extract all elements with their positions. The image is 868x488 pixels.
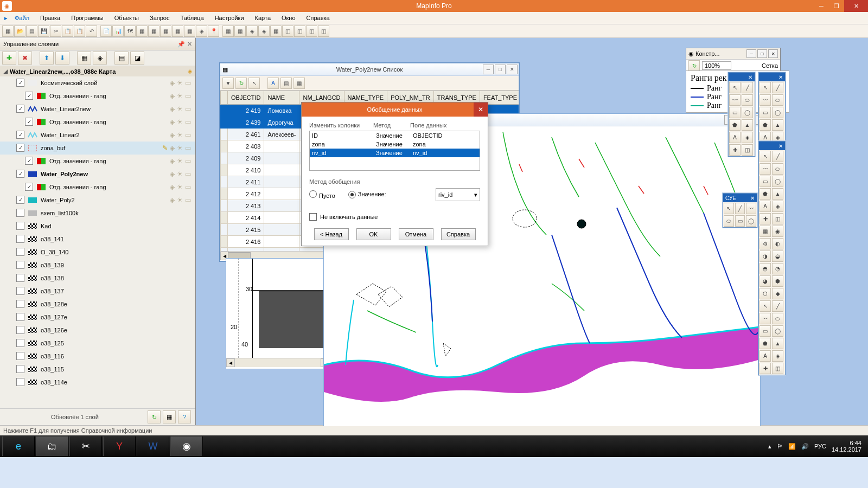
- tool-button[interactable]: ╱: [772, 82, 783, 93]
- menu-Правка[interactable]: Правка: [35, 14, 65, 22]
- volume-icon[interactable]: 🔊: [801, 443, 809, 450]
- collapse-icon[interactable]: ◢: [3, 68, 10, 75]
- layer-row[interactable]: O_38_140: [0, 246, 195, 259]
- tool-button[interactable]: ✚: [760, 213, 771, 224]
- grid-label[interactable]: Сетка: [762, 62, 778, 69]
- visible-icon[interactable]: ◈: [170, 79, 175, 87]
- style-icon[interactable]: ☀: [177, 79, 183, 87]
- layer-checkbox[interactable]: [16, 339, 24, 347]
- toolbar-btn-28[interactable]: ◫: [318, 25, 329, 37]
- toolbar-btn-20[interactable]: ▦: [222, 25, 234, 37]
- column-header[interactable]: OBJECTID: [228, 91, 264, 105]
- snip-icon[interactable]: ✂: [69, 436, 102, 456]
- visible-icon[interactable]: ◈: [170, 131, 175, 139]
- layer-checkbox[interactable]: [16, 378, 24, 386]
- style-icon[interactable]: ☀: [177, 170, 183, 178]
- layer-row[interactable]: ✓Water_Poly2◈☀▭: [0, 194, 195, 207]
- toolbar-btn-3[interactable]: 💾: [38, 25, 49, 37]
- network-icon[interactable]: 📶: [788, 443, 796, 450]
- layer-checkbox[interactable]: [16, 235, 24, 243]
- layer-row[interactable]: о38_139: [0, 259, 195, 272]
- toolbar-close-icon[interactable]: ✕: [748, 74, 752, 80]
- radio-value[interactable]: Значение:: [348, 191, 386, 198]
- layer-row[interactable]: ✓Water_Poly2new◈☀▭: [0, 168, 195, 181]
- pin-icon[interactable]: 📌: [177, 41, 185, 48]
- add-layer-button[interactable]: ✚: [2, 52, 16, 65]
- layer-row[interactable]: ✓Отд. значения - rang◈☀▭: [0, 115, 195, 129]
- layer-label-button[interactable]: ▤: [114, 52, 129, 65]
- menu-Программы[interactable]: Программы: [66, 14, 108, 22]
- tool-button[interactable]: ╱: [735, 203, 745, 214]
- tool-button[interactable]: ⬭: [772, 163, 783, 175]
- zoom-input[interactable]: 100%: [702, 61, 731, 70]
- clock[interactable]: 6:4414.12.2017: [832, 440, 861, 453]
- toolbar-btn-5[interactable]: 📋: [62, 25, 73, 37]
- menu-Справка[interactable]: Справка: [302, 14, 335, 22]
- visible-icon[interactable]: ◈: [170, 105, 175, 113]
- toolbar-btn-22[interactable]: ◈: [246, 25, 258, 37]
- layer-row[interactable]: ✓Water_Linear2◈☀▭: [0, 129, 195, 142]
- layer-row[interactable]: ✓Отд. значения - rang◈☀▭: [0, 155, 195, 168]
- toolbar-btn-13[interactable]: ▦: [148, 25, 159, 37]
- toolbar-btn-6[interactable]: 📋: [74, 25, 85, 37]
- tool-button[interactable]: ◯: [772, 176, 783, 187]
- menu-Окно[interactable]: Окно: [277, 14, 301, 22]
- label-ico[interactable]: ▭: [185, 79, 191, 87]
- tool-button[interactable]: ⬟: [760, 338, 771, 349]
- tool-button[interactable]: ◫: [772, 213, 783, 224]
- layer-checkbox[interactable]: ✓: [16, 79, 24, 87]
- tool-button[interactable]: ▭: [760, 176, 771, 187]
- layer-row[interactable]: ✓Water_Linear2new◈☀▭: [0, 102, 195, 115]
- close-panel-icon[interactable]: ✕: [187, 41, 192, 48]
- layer-row[interactable]: ✓Отд. значения - rang◈☀▭: [0, 89, 195, 102]
- visible-icon[interactable]: ◈: [170, 196, 175, 204]
- options-button[interactable]: ▦: [163, 410, 176, 423]
- dialog-close-button[interactable]: ✕: [474, 102, 488, 117]
- layer-checkbox[interactable]: [16, 222, 24, 230]
- language-indicator[interactable]: РУС: [814, 443, 826, 450]
- dialog-list-row[interactable]: IDЗначениеOBJECTID: [310, 131, 480, 140]
- column-header[interactable]: NAME: [264, 91, 299, 105]
- toolbar-btn-25[interactable]: ◫: [282, 25, 293, 37]
- tool-button[interactable]: ╱: [772, 151, 783, 162]
- layer-checkbox[interactable]: [16, 300, 24, 308]
- minimize-button[interactable]: ─: [814, 0, 829, 12]
- select-tool-button[interactable]: ↖: [248, 78, 260, 89]
- style-icon[interactable]: ☀: [177, 92, 183, 100]
- layer-checkbox[interactable]: ✓: [16, 131, 24, 139]
- table-title-bar[interactable]: ▦ Water_Poly2new Список ─ □ ✕: [220, 63, 519, 76]
- layer-row[interactable]: sxem_list100k: [0, 207, 195, 220]
- drawing-toolbar[interactable]: ✕ ↖╱〰⬭▭◯⬟▲A◈✚◫: [728, 72, 755, 157]
- label-ico[interactable]: ▭: [185, 170, 191, 178]
- tool-button[interactable]: ◫: [742, 144, 753, 156]
- menu-Объекты[interactable]: Объекты: [110, 14, 144, 22]
- refresh-table-button[interactable]: ↻: [235, 78, 247, 89]
- layer-row[interactable]: ✓Косметический слой◈☀▭: [0, 76, 195, 89]
- layer-row[interactable]: ✓zona_buf✎◈☀▭: [0, 142, 195, 155]
- visible-icon[interactable]: ◈: [170, 183, 175, 191]
- tool-button[interactable]: ╱: [772, 300, 783, 312]
- tool-button[interactable]: ▲: [772, 119, 783, 131]
- tool-button[interactable]: ◯: [772, 325, 783, 337]
- layer-checkbox[interactable]: [16, 352, 24, 360]
- tool-button[interactable]: 〰: [746, 203, 756, 214]
- move-down-button[interactable]: ⬇: [55, 52, 69, 65]
- toolbar-btn-27[interactable]: ◫: [306, 25, 317, 37]
- cancel-button[interactable]: Отмена: [399, 228, 433, 240]
- tool-button[interactable]: ◒: [772, 251, 783, 262]
- layer-checkbox[interactable]: ✓: [16, 170, 24, 178]
- label-ico[interactable]: ▭: [185, 183, 191, 191]
- add-row-button[interactable]: ▤: [280, 78, 292, 89]
- layer-style-button[interactable]: ◈: [93, 52, 107, 65]
- maximize-button[interactable]: ❐: [829, 0, 844, 12]
- tool-button[interactable]: ↖: [760, 300, 771, 312]
- label-ico[interactable]: ▭: [185, 144, 191, 152]
- tool-button[interactable]: ↖: [729, 82, 741, 93]
- toolbar-btn-14[interactable]: ▦: [160, 25, 171, 37]
- layer-checkbox[interactable]: [16, 326, 24, 334]
- tool-button[interactable]: ◯: [772, 107, 783, 118]
- visible-icon[interactable]: ◈: [170, 144, 175, 152]
- dialog-title-bar[interactable]: Обобщение данных ✕: [302, 102, 488, 117]
- toolbar-btn-4[interactable]: ✂: [50, 25, 61, 37]
- tool-button[interactable]: ▲: [772, 338, 783, 349]
